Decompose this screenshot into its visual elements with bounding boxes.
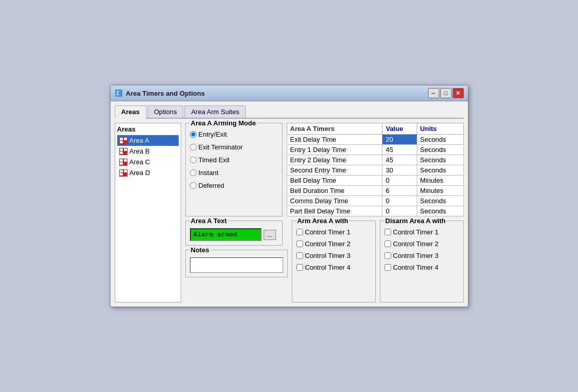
disarm-control-timer-1-checkbox[interactable] [384,229,391,235]
main-window: Z Area Timers and Options ─ □ ✕ Areas Op… [110,85,468,307]
svg-rect-13 [124,159,127,162]
timer-row[interactable]: Bell Delay Time0Minutes [287,176,463,186]
tab-area-arm-suites[interactable]: Area Arm Suites [184,105,246,118]
radio-timed-exit[interactable]: Timed Exit [190,156,278,164]
svg-rect-9 [124,148,127,151]
arm-area-title: Arm Area A with [296,217,350,225]
app-icon: Z [115,89,123,97]
area-c-icon [119,159,127,166]
radio-deferred-input[interactable] [190,182,197,189]
radio-instant-input[interactable] [190,169,197,176]
disarm-control-timer-3[interactable]: Control Timer 3 [384,252,459,259]
disarm-control-timer-4-checkbox[interactable] [384,264,391,271]
disarm-control-timer-4-label: Control Timer 4 [393,264,439,271]
tab-options[interactable]: Options [147,105,184,118]
arm-control-timer-3-checkbox[interactable] [296,252,303,259]
sidebar-item-area-d[interactable]: Area D [117,167,179,178]
timer-row-name: Entry 1 Delay Time [287,145,382,155]
arm-control-timer-4-label: Control Timer 4 [305,264,351,271]
timer-row[interactable]: Exit Delay Time20Seconds [287,135,463,145]
disarm-control-timer-4[interactable]: Control Timer 4 [384,264,459,271]
window-content: Areas Options Area Arm Suites Areas Area… [111,101,468,307]
sidebar-label-area-d: Area D [130,169,150,177]
notes-title: Notes [190,246,210,254]
area-text-group: Area A Text ... [185,221,283,246]
disarm-control-timer-1-label: Control Timer 1 [393,228,439,236]
sidebar-item-area-a[interactable]: Area A [117,135,179,146]
sidebar-item-area-b[interactable]: Area B [117,146,179,157]
svg-rect-7 [120,148,123,151]
sidebar-title: Areas [117,125,179,133]
timer-row-value: 6 [382,186,417,196]
area-text-notes-col: Area A Text ... Notes [185,221,288,302]
timer-row-name: Second Entry Time [287,165,382,176]
arm-control-timer-1[interactable]: Control Timer 1 [296,228,371,236]
arm-area-group: Arm Area A with Control Timer 1 Control … [292,221,376,302]
disarm-control-timer-1[interactable]: Control Timer 1 [384,228,459,236]
disarm-control-timer-2-checkbox[interactable] [384,241,391,247]
radio-entry-exit[interactable]: Entry/Exit [190,130,278,138]
timer-row[interactable]: Entry 2 Delay Time45Seconds [287,155,463,165]
arm-control-timer-1-checkbox[interactable] [296,229,303,235]
timer-row-name: Exit Delay Time [287,135,382,145]
timers-header-value: Value [382,123,417,135]
arm-control-timer-4-checkbox[interactable] [296,264,303,271]
arm-control-timer-2[interactable]: Control Timer 2 [296,240,371,248]
timer-row[interactable]: Bell Duration Time6Minutes [287,186,463,196]
radio-exit-terminator[interactable]: Exit Terminator [190,143,278,151]
arm-control-timer-4[interactable]: Control Timer 4 [296,264,371,271]
sidebar-label-area-c: Area C [130,158,150,166]
close-button[interactable]: ✕ [453,88,464,98]
radio-timed-exit-label: Timed Exit [199,156,230,164]
title-bar: Z Area Timers and Options ─ □ ✕ [111,85,468,101]
tab-areas[interactable]: Areas [115,105,146,119]
radio-entry-exit-input[interactable] [190,131,197,138]
area-text-ellipsis-button[interactable]: ... [264,230,276,240]
area-a-icon [119,137,127,144]
arm-control-timer-2-checkbox[interactable] [296,241,303,247]
arm-checkbox-group: Control Timer 1 Control Timer 2 Control … [296,228,371,271]
radio-entry-exit-label: Entry/Exit [199,130,227,138]
timer-row[interactable]: Part Bell Delay Time0Seconds [287,206,463,216]
arm-control-timer-1-label: Control Timer 1 [305,228,351,236]
svg-rect-12 [120,162,123,165]
timer-row[interactable]: Second Entry Time30Seconds [287,165,463,176]
notes-input[interactable] [190,257,283,273]
arm-control-timer-3[interactable]: Control Timer 3 [296,252,371,259]
radio-instant[interactable]: Instant [190,169,278,177]
maximize-button[interactable]: □ [440,88,452,98]
area-d-icon [119,169,127,177]
arming-mode-group: Area A Arming Mode Entry/Exit Exit Termi… [185,123,283,216]
timer-row-value: 45 [382,155,417,165]
timer-row-name: Bell Delay Time [287,176,382,186]
window-title: Area Timers and Options [126,90,205,97]
timer-row[interactable]: Comms Delay Time0Seconds [287,196,463,206]
bottom-full: Area A Text ... Notes [185,221,464,302]
disarm-checkbox-group: Control Timer 1 Control Timer 2 Control … [384,228,459,271]
timer-row[interactable]: Entry 1 Delay Time45Seconds [287,145,463,155]
radio-timed-exit-input[interactable] [190,157,197,163]
area-text-input[interactable] [190,228,262,241]
radio-deferred[interactable]: Deferred [190,182,278,189]
svg-rect-17 [124,170,127,172]
minimize-button[interactable]: ─ [428,88,439,98]
sidebar-label-area-a: Area A [130,137,149,144]
radio-exit-terminator-input[interactable] [190,144,197,150]
timers-table: Area A Timers Value Units Exit Delay Tim… [287,123,464,216]
timer-row-value: 0 [382,196,417,206]
timer-row-name: Bell Duration Time [287,186,382,196]
disarm-control-timer-3-checkbox[interactable] [384,252,391,259]
svg-rect-8 [120,151,123,154]
radio-instant-label: Instant [199,169,219,177]
svg-rect-3 [120,138,123,140]
svg-text:Z: Z [116,91,119,96]
timer-row-units: Seconds [417,165,463,176]
top-section: Area A Arming Mode Entry/Exit Exit Termi… [185,123,464,216]
radio-exit-terminator-label: Exit Terminator [199,143,243,151]
timer-row-units: Minutes [417,176,463,186]
disarm-control-timer-2[interactable]: Control Timer 2 [384,240,459,248]
svg-rect-16 [120,173,123,176]
sidebar-item-area-c[interactable]: Area C [117,157,179,167]
main-content: Areas Area A [115,123,464,302]
timer-row-value: 0 [382,206,417,216]
